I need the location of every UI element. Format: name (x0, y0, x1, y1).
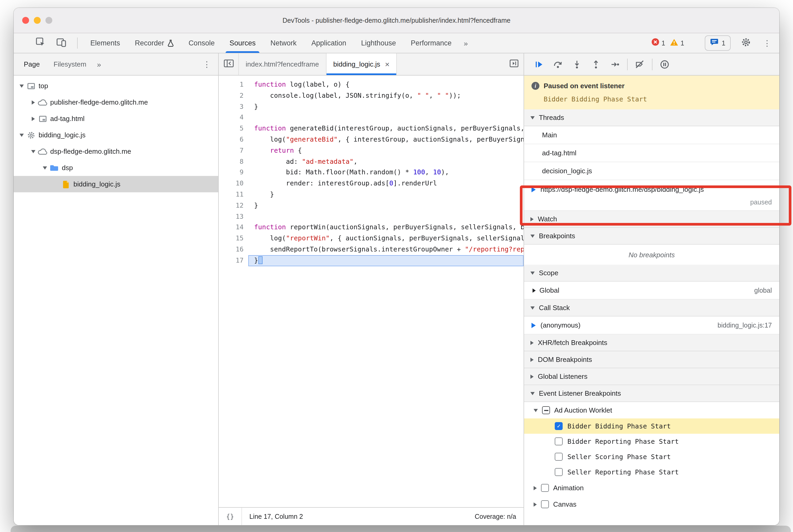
section-threads[interactable]: Threads (524, 109, 779, 126)
code-line[interactable]: } (248, 189, 524, 200)
section-watch[interactable]: Watch (524, 211, 779, 228)
checkbox-unchecked[interactable] (555, 453, 563, 461)
pretty-print-button[interactable]: {} (219, 508, 242, 525)
code-line[interactable]: return { (248, 145, 524, 156)
code-editor[interactable]: 1234567891011121314151617 function log(l… (219, 76, 524, 507)
checkbox-unchecked[interactable] (541, 484, 549, 492)
editor-tab-bidding-logic-js[interactable]: bidding_logic.js× (326, 53, 397, 75)
deactivate-breakpoints-button[interactable] (630, 56, 649, 72)
tab-performance[interactable]: Performance (403, 33, 459, 53)
event-breakpoint-seller-reporting-phase-start[interactable]: Seller Reporting Phase Start (524, 464, 779, 480)
step-into-button[interactable] (567, 56, 586, 72)
line-number[interactable]: 8 (219, 156, 244, 167)
code-line[interactable]: function log(label, o) { (248, 79, 524, 90)
navigator-tab-page[interactable]: Page (17, 53, 47, 75)
call-stack-frame[interactable]: (anonymous)bidding_logic.js:17 (524, 317, 779, 335)
section-global-listeners[interactable]: Global Listeners (524, 368, 779, 385)
code-line[interactable] (248, 112, 524, 124)
section-event-listener-breakpoints[interactable]: Event Listener Breakpoints (524, 385, 779, 402)
more-options-button[interactable]: ⋮ (761, 38, 773, 48)
code-line[interactable]: log("reportWin", { auctionSignals, perBu… (248, 233, 524, 244)
close-icon[interactable]: × (385, 60, 390, 68)
tree-item-ad-tag-html[interactable]: ad-tag.html (14, 110, 218, 127)
open-file-button[interactable] (509, 53, 524, 75)
line-number[interactable]: 17 (219, 255, 244, 266)
event-breakpoint-bidder-reporting-phase-start[interactable]: Bidder Reporting Phase Start (524, 434, 779, 449)
step-out-button[interactable] (586, 56, 605, 72)
minimize-window-button[interactable] (34, 17, 41, 24)
tree-item-dsp-fledge-demo-glitch-me[interactable]: dsp-fledge-demo.glitch.me (14, 143, 218, 159)
tab-elements[interactable]: Elements (83, 33, 128, 53)
line-number[interactable]: 5 (219, 123, 244, 134)
navigator-menu-button[interactable]: ⋮ (195, 59, 218, 69)
code-line[interactable]: render: interestGroup.ads[0].renderUrl (248, 178, 524, 189)
code-line[interactable]: function reportWin(auctionSignals, perBu… (248, 222, 524, 233)
line-number[interactable]: 4 (219, 112, 244, 124)
tree-item-bidding-logic-js[interactable]: bidding_logic.js (14, 176, 218, 192)
checkbox-unchecked[interactable] (555, 468, 563, 476)
code-line[interactable]: bid: Math.floor(Math.random() * 100, 10)… (248, 167, 524, 178)
line-number[interactable]: 13 (219, 211, 244, 222)
line-number[interactable]: 6 (219, 134, 244, 145)
event-breakpoint-bidder-bidding-phase-start[interactable]: ✓Bidder Bidding Phase Start (524, 418, 779, 434)
line-number[interactable]: 14 (219, 222, 244, 233)
issues-button[interactable]: 1 (705, 35, 731, 51)
line-number[interactable]: 3 (219, 101, 244, 112)
line-number[interactable]: 2 (219, 90, 244, 101)
event-category-canvas[interactable]: Canvas (524, 496, 779, 512)
checkbox-indeterminate[interactable] (542, 406, 550, 414)
device-toolbar-button[interactable] (51, 33, 72, 53)
code-line[interactable]: } (248, 200, 524, 211)
tab-recorder[interactable]: Recorder (128, 33, 181, 53)
zoom-window-button[interactable] (45, 17, 52, 24)
event-breakpoint-seller-scoring-phase-start[interactable]: Seller Scoring Phase Start (524, 449, 779, 464)
thread-item[interactable]: Main (524, 126, 779, 144)
line-number[interactable]: 1 (219, 79, 244, 90)
section-breakpoints[interactable]: Breakpoints (524, 228, 779, 245)
code-line[interactable]: function generateBid(interestGroup, auct… (248, 123, 524, 134)
navigator-tab-filesystem[interactable]: Filesystem (47, 53, 93, 75)
checkbox-unchecked[interactable] (541, 500, 549, 508)
line-number[interactable]: 7 (219, 145, 244, 156)
code-line[interactable] (248, 211, 524, 222)
event-category-animation[interactable]: Animation (524, 480, 779, 496)
code-line[interactable]: } (248, 255, 524, 266)
line-number-gutter[interactable]: 1234567891011121314151617 (219, 79, 248, 507)
step-button[interactable] (605, 56, 624, 72)
thread-item[interactable]: ad-tag.html (524, 144, 779, 162)
section-dom-breakpoints[interactable]: DOM Breakpoints (524, 351, 779, 368)
line-number[interactable]: 11 (219, 189, 244, 200)
line-number[interactable]: 9 (219, 167, 244, 178)
line-number[interactable]: 16 (219, 244, 244, 255)
scope-item[interactable]: Globalglobal (524, 282, 779, 300)
line-number[interactable]: 15 (219, 233, 244, 244)
tab-console[interactable]: Console (181, 33, 222, 53)
tree-item-dsp[interactable]: dsp (14, 159, 218, 176)
checkbox-checked[interactable]: ✓ (555, 422, 563, 430)
tab-application[interactable]: Application (304, 33, 354, 53)
line-number[interactable]: 10 (219, 178, 244, 189)
close-window-button[interactable] (22, 17, 29, 24)
inspect-element-button[interactable] (30, 33, 51, 53)
hide-navigator-button[interactable] (219, 53, 239, 75)
code-line[interactable]: ad: "ad-metadata", (248, 156, 524, 167)
code-line[interactable]: log("generateBid", { interestGroup, auct… (248, 134, 524, 145)
more-navigator-tabs-button[interactable]: » (93, 60, 105, 69)
code-line[interactable]: sendReportTo(browserSignals.interestGrou… (248, 244, 524, 255)
code-line[interactable]: console.log(label, JSON.stringify(o, " "… (248, 90, 524, 101)
checkbox-unchecked[interactable] (555, 437, 563, 445)
pause-on-exceptions-button[interactable] (655, 56, 674, 72)
thread-item[interactable]: decision_logic.js (524, 162, 779, 180)
section-scope[interactable]: Scope (524, 265, 779, 282)
code-line[interactable]: } (248, 101, 524, 112)
step-over-button[interactable] (548, 56, 567, 72)
editor-tab-index-html-fencedframe[interactable]: index.html?fencedframe (239, 53, 326, 75)
section-xhr-fetch-breakpoints[interactable]: XHR/fetch Breakpoints (524, 335, 779, 351)
section-call-stack[interactable]: Call Stack (524, 300, 779, 317)
error-counter[interactable]: 1 (652, 38, 665, 48)
line-number[interactable]: 12 (219, 200, 244, 211)
more-panels-button[interactable]: » (459, 33, 473, 53)
warning-counter[interactable]: 1 (670, 38, 684, 48)
tab-network[interactable]: Network (263, 33, 304, 53)
tree-item-top[interactable]: top (14, 78, 218, 94)
